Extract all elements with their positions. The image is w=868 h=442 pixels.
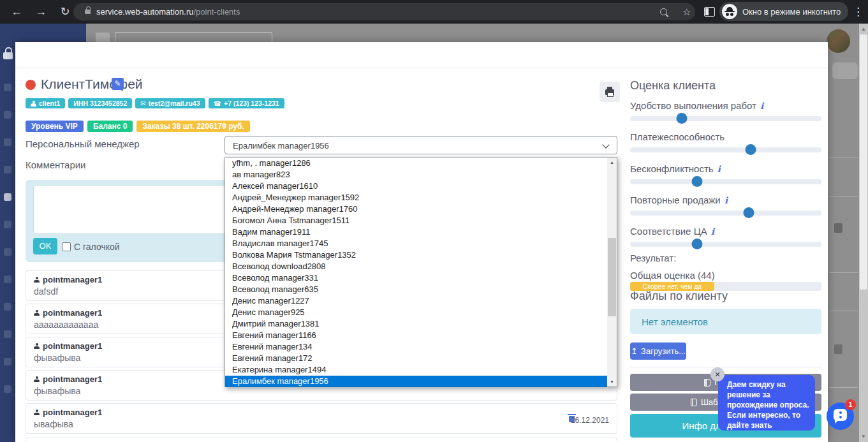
slider-thumb[interactable] xyxy=(746,144,756,155)
forward-icon[interactable]: → xyxy=(33,0,48,24)
upload-button[interactable]: Загрузить... xyxy=(630,343,686,360)
dropdown-option[interactable]: yfhm, . manager1286 xyxy=(225,158,607,169)
dropdown-option[interactable]: ав manager823 xyxy=(225,169,607,180)
briefcase-icon[interactable] xyxy=(4,138,11,146)
book-icon xyxy=(691,399,697,406)
dropdown-option[interactable]: Волкова Мария Tstmanager1352 xyxy=(225,249,607,261)
home-icon[interactable] xyxy=(4,84,11,91)
phone-badge: +7 (123) 123-1231 xyxy=(209,98,284,108)
slider-thumb[interactable] xyxy=(692,239,703,249)
slider-label: Соответствие ЦА xyxy=(630,226,707,237)
info-icon[interactable] xyxy=(725,195,728,205)
checkbox-label: С галочкой xyxy=(74,242,120,252)
sidebar-nav xyxy=(4,84,11,393)
slider-conflict-free: Бесконфликтность xyxy=(630,163,821,193)
reload-icon[interactable]: ↻ xyxy=(57,0,73,24)
slider-thumb[interactable] xyxy=(744,207,754,218)
info-icon[interactable] xyxy=(4,276,11,283)
login-badge: client1 xyxy=(26,98,65,108)
scroll-down-icon[interactable]: ▼ xyxy=(859,432,868,441)
dropdown-option[interactable]: Екатерина manager1494 xyxy=(225,364,607,376)
comment-text: ывафыва xyxy=(34,419,73,429)
slider-track[interactable] xyxy=(630,210,821,216)
dropdown-option[interactable]: Евгений manager1166 xyxy=(225,330,607,341)
dropdown-option[interactable]: Вадим manager1911 xyxy=(225,226,607,238)
info-icon[interactable] xyxy=(711,226,714,237)
question-icon[interactable] xyxy=(4,385,11,393)
info-icon[interactable] xyxy=(760,101,763,111)
discount-tooltip: Даем скидку на решение за прохождение оп… xyxy=(718,375,815,431)
manager-dropdown-list: yfhm, . manager1286ав manager823Алексей … xyxy=(225,158,607,387)
dropdown-option[interactable]: Евгений manager172 xyxy=(225,353,607,364)
lock-icon xyxy=(85,10,91,14)
user-icon[interactable] xyxy=(4,330,11,338)
dropdown-option[interactable]: Евгений manager134 xyxy=(225,341,607,353)
hand-icon[interactable] xyxy=(4,166,11,173)
dropdown-option[interactable]: Андрей_Менеджер manager1592 xyxy=(225,192,607,203)
phone-icon xyxy=(214,99,221,108)
search-icon[interactable] xyxy=(660,8,667,15)
slider-solvency: Платежеспособность xyxy=(630,131,821,161)
slider-track[interactable] xyxy=(630,179,821,184)
dropdown-option[interactable]: Всеволод manager331 xyxy=(225,272,607,284)
scroll-up-icon[interactable]: ▲ xyxy=(607,158,617,167)
chat-notification-badge: 1 xyxy=(845,399,856,410)
dropdown-option[interactable]: Алексей manager1610 xyxy=(225,180,607,192)
dropdown-option[interactable]: Владислав manager1745 xyxy=(225,238,607,249)
card-icon[interactable] xyxy=(4,221,11,228)
dropdown-option[interactable]: Денис manager1227 xyxy=(225,295,607,307)
dropdown-option[interactable]: Богомол Анна Tstmanager1511 xyxy=(225,215,607,226)
manager-select[interactable]: Ералимбек manager1956 xyxy=(224,136,617,154)
client-name: КлиентТимофей xyxy=(41,77,143,92)
clients-icon[interactable] xyxy=(4,193,11,201)
slider-track[interactable] xyxy=(630,147,821,152)
lightbulb-icon[interactable] xyxy=(4,303,11,311)
chat-icon[interactable] xyxy=(4,358,11,365)
status-badges: Уровень VIP Баланс 0 Заказы 38 шт. 22061… xyxy=(26,121,250,132)
tooltip-close-icon[interactable] xyxy=(710,367,725,381)
scroll-down-icon[interactable]: ▼ xyxy=(607,377,617,387)
upload-icon xyxy=(631,346,638,356)
comment-author: pointmanager1 xyxy=(34,308,102,318)
orders-badge: Заказы 38 шт. 2206179 руб. xyxy=(136,121,249,132)
slider-track[interactable] xyxy=(630,116,821,121)
comment-text: dafsdf xyxy=(34,286,58,297)
back-icon[interactable]: ← xyxy=(9,0,24,24)
info-icon[interactable] xyxy=(717,164,721,174)
slider-repeat-sales: Повторные продажи xyxy=(630,195,821,224)
url-path: /point-clients xyxy=(193,7,240,17)
slider-track[interactable] xyxy=(630,242,821,247)
with-check-checkbox[interactable] xyxy=(62,242,71,251)
scroll-up-icon[interactable]: ▲ xyxy=(859,25,868,34)
email-badge: test2@mail.ru43 xyxy=(135,98,205,108)
incognito-label: Окно в режиме инкогнито xyxy=(742,7,841,17)
dropdown-option[interactable]: Андрей-Менеджер manager1760 xyxy=(225,203,607,215)
print-button[interactable] xyxy=(600,82,620,102)
overall-score-label: Общая оценка (44) xyxy=(630,270,715,281)
slider-thumb[interactable] xyxy=(677,113,688,124)
manager-dropdown: yfhm, . manager1286ав manager823Алексей … xyxy=(224,157,617,387)
dropdown-option[interactable]: Денис manager925 xyxy=(225,307,607,318)
browser-menu-icon[interactable]: ⋮ xyxy=(853,0,864,24)
menu-icon[interactable] xyxy=(4,111,11,119)
dropdown-option[interactable]: Всеволод manager635 xyxy=(225,284,607,295)
dropdown-scrollbar[interactable]: ▲ ▼ xyxy=(607,158,617,387)
edit-icon[interactable] xyxy=(112,78,124,90)
address-bar[interactable]: service.web-automation.ru/point-clients … xyxy=(73,3,695,20)
slider-label: Бесконфликтность xyxy=(630,163,714,174)
printer-icon xyxy=(605,89,614,95)
side-panel-icon[interactable] xyxy=(704,7,715,17)
share-icon[interactable] xyxy=(4,248,11,256)
level-badge: Уровень VIP xyxy=(26,121,84,132)
modal-header xyxy=(15,42,828,68)
ok-button[interactable]: OK xyxy=(33,238,57,254)
dropdown-option[interactable]: Дмитрий manager1381 xyxy=(225,318,607,330)
dropdown-scrollbar-thumb[interactable] xyxy=(608,238,616,316)
slider-thumb[interactable] xyxy=(692,176,703,187)
comment-text: фывафыва xyxy=(34,353,80,363)
dropdown-option[interactable]: Ералимбек manager1956 xyxy=(225,376,607,387)
page-scrollbar-thumb[interactable] xyxy=(860,34,867,290)
bookmark-star-icon[interactable]: ☆ xyxy=(682,6,691,18)
dropdown-option[interactable]: Всеволод download2808 xyxy=(225,261,607,272)
person-icon xyxy=(31,101,36,107)
